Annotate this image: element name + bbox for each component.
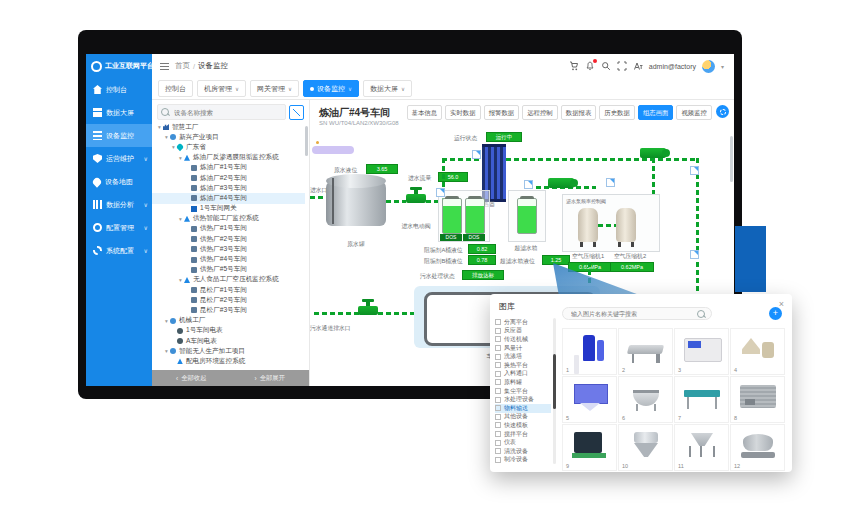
upload-button[interactable]: + [769, 307, 782, 320]
category-item[interactable]: 传送机械 [495, 335, 551, 344]
tree-item[interactable]: ▾ 广东省 [152, 142, 305, 152]
expander-icon[interactable]: ▾ [163, 134, 170, 140]
expander-icon[interactable]: ▾ [163, 348, 170, 354]
library-item[interactable]: 1 [562, 328, 617, 375]
library-item[interactable]: 3 [674, 328, 729, 375]
checkbox-icon[interactable] [495, 431, 501, 437]
tree-item[interactable]: 供热厂#3号车间 [152, 244, 305, 254]
library-search-input[interactable] [569, 310, 693, 318]
action-button[interactable]: 历史数据 [599, 105, 635, 120]
tree-item[interactable]: ▾ 供热智能工厂监控系统 [152, 214, 305, 224]
category-item[interactable]: 风量计 [495, 344, 551, 353]
category-item[interactable]: 制冷设备 [495, 456, 551, 465]
tree-item[interactable]: 昆松厂#3号车间 [152, 305, 305, 315]
category-item[interactable]: 物料输送 [495, 404, 551, 413]
expander-icon[interactable]: ▾ [177, 155, 184, 161]
library-item[interactable]: 5 [562, 376, 617, 423]
tree-item[interactable]: ▾ 智慧工厂 [152, 122, 305, 132]
tree-item[interactable]: ▾ 无人食品工厂空压机监控系统 [152, 275, 305, 285]
library-item[interactable]: 4 [730, 328, 785, 375]
checkbox-icon[interactable] [495, 336, 501, 342]
settings-float-button[interactable] [716, 105, 729, 118]
checkbox-icon[interactable] [495, 388, 501, 394]
tree-item[interactable]: 供热厂#2号车间 [152, 234, 305, 244]
tree-item[interactable]: 昆松厂#1号车间 [152, 285, 305, 295]
action-button[interactable]: 组态画面 [638, 105, 674, 120]
category-item[interactable]: 入料通口 [495, 370, 551, 379]
category-item[interactable]: 仪表 [495, 438, 551, 447]
checkbox-icon[interactable] [495, 457, 501, 463]
tree-item[interactable]: ▾ 智能无人生产加工项目 [152, 346, 305, 356]
tree-item[interactable]: 炼油厂#2号车间 [152, 173, 305, 183]
category-item[interactable]: 分离平台 [495, 318, 551, 327]
category-item[interactable]: 反应器 [495, 327, 551, 336]
search-icon[interactable] [601, 61, 611, 71]
tree-item[interactable]: 1号车间网关 [152, 204, 305, 214]
tree-item[interactable]: 炼油厂#3号车间 [152, 183, 305, 193]
sidebar-item[interactable]: 运营维护 ∨ [86, 147, 152, 170]
checkbox-icon[interactable] [495, 422, 501, 428]
category-item[interactable]: 集尘平台 [495, 387, 551, 396]
category-item[interactable]: 原料罐 [495, 378, 551, 387]
bell-icon[interactable] [585, 61, 595, 71]
tree-item[interactable]: 供热厂#4号车间 [152, 254, 305, 264]
tree-search-input[interactable] [172, 108, 282, 117]
tree-item[interactable]: 1号车间电表 [152, 326, 305, 336]
avatar[interactable] [702, 60, 715, 73]
action-button[interactable]: 报警数据 [484, 105, 520, 120]
checkbox-icon[interactable] [495, 345, 501, 351]
expander-icon[interactable]: ▾ [156, 124, 163, 130]
font-size-icon[interactable] [633, 61, 643, 71]
tree-item[interactable]: 供热厂#5号车间 [152, 265, 305, 275]
category-item[interactable]: 快速模板 [495, 421, 551, 430]
checkbox-icon[interactable] [495, 362, 501, 368]
sidebar-item[interactable]: 系统配置 ∨ [86, 239, 152, 262]
checkbox-icon[interactable] [495, 319, 501, 325]
checkbox-icon[interactable] [495, 354, 501, 360]
tab-item[interactable]: 设备监控 ∨ [303, 80, 359, 97]
checkbox-icon[interactable] [495, 328, 501, 334]
tab-item[interactable]: 数据大屏 ∨ [363, 80, 412, 97]
tab-item[interactable]: 网关管理 ∨ [250, 80, 299, 97]
sidebar-item[interactable]: 控制台 [86, 78, 152, 101]
library-item[interactable]: 12 [730, 424, 785, 471]
library-item[interactable]: 7 [674, 376, 729, 423]
library-item[interactable]: 10 [618, 424, 673, 471]
sidebar-item[interactable]: 配置管理 ∨ [86, 216, 152, 239]
checkbox-icon[interactable] [495, 414, 501, 420]
fullscreen-icon[interactable] [617, 61, 627, 71]
tree-item[interactable]: 炼油厂#1号车间 [152, 163, 305, 173]
sidebar-item[interactable]: 设备地图 [86, 170, 152, 193]
action-button[interactable]: 视频监控 [676, 105, 712, 120]
action-button[interactable]: 数据报表 [561, 105, 597, 120]
category-item[interactable]: 其他设备 [495, 413, 551, 422]
tree-item[interactable]: ▾ 新兴产业项目 [152, 132, 305, 142]
category-item[interactable]: 洗涤塔 [495, 352, 551, 361]
tree-footer-button[interactable]: ‹ 全部收起 [152, 370, 231, 386]
sidebar-item[interactable]: 数据大屏 [86, 101, 152, 124]
action-button[interactable]: 实时数据 [445, 105, 481, 120]
sidebar-item[interactable]: 设备监控 [86, 124, 152, 147]
tree-item[interactable]: ▾ 机械工厂 [152, 316, 305, 326]
library-item[interactable]: 9 [562, 424, 617, 471]
library-item[interactable]: 6 [618, 376, 673, 423]
checkbox-icon[interactable] [495, 397, 501, 403]
checkbox-icon[interactable] [495, 440, 501, 446]
tree-scrollbar[interactable] [305, 126, 308, 156]
action-button[interactable]: 基本信息 [407, 105, 443, 120]
breadcrumb-home[interactable]: 首页 [175, 61, 190, 71]
checkbox-icon[interactable] [495, 405, 501, 411]
category-item[interactable]: 搅拌平台 [495, 430, 551, 439]
expander-icon[interactable]: ▾ [163, 318, 170, 324]
tree-item[interactable]: ▾ 炼油厂反渗透膜阻垢监控系统 [152, 153, 305, 163]
category-scrollbar[interactable] [553, 354, 556, 409]
category-item[interactable]: 换热平台 [495, 361, 551, 370]
cart-icon[interactable] [569, 61, 579, 71]
action-button[interactable]: 远程控制 [522, 105, 558, 120]
expander-icon[interactable]: ▾ [177, 277, 184, 283]
checkbox-icon[interactable] [495, 379, 501, 385]
collapse-menu-icon[interactable] [160, 63, 169, 70]
expander-icon[interactable]: ▾ [177, 216, 184, 222]
checkbox-icon[interactable] [495, 371, 501, 377]
checkbox-icon[interactable] [495, 448, 501, 454]
